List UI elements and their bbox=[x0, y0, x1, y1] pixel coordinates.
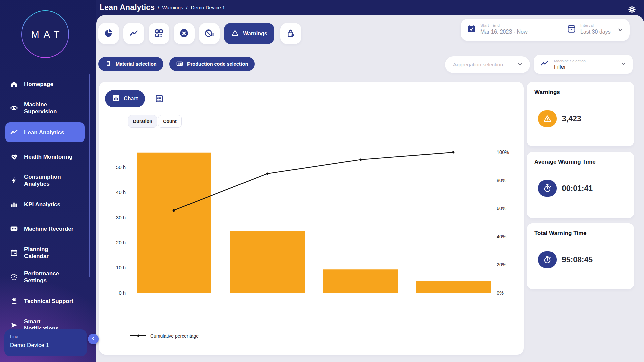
sidebar-item-technical-support[interactable]: Technical Support bbox=[10, 291, 88, 311]
sidebar-item-label: Performance Settings bbox=[24, 270, 59, 284]
gear-icon bbox=[628, 5, 636, 13]
sidebar-item-planning-calendar[interactable]: Planning Calendar bbox=[10, 243, 88, 263]
device-info-card: Line Demo Device 1 bbox=[4, 329, 87, 356]
line-trend-icon bbox=[129, 28, 139, 39]
svg-text:20%: 20% bbox=[497, 262, 506, 267]
chart-legend: Cumulative percentage bbox=[130, 333, 199, 339]
svg-text:40 h: 40 h bbox=[116, 189, 126, 195]
average-warning-time-card: Average Warning Time 00:01:41 bbox=[527, 152, 634, 218]
interval-label: Interval bbox=[580, 23, 611, 27]
svg-text:10 h: 10 h bbox=[116, 265, 126, 270]
mode-count-button[interactable]: Count bbox=[158, 115, 182, 128]
start-end-field[interactable]: Start - End Mar 16, 2023 - Now bbox=[467, 23, 528, 35]
material-selection-label: Material selection bbox=[116, 61, 157, 67]
count-label: Count bbox=[163, 119, 176, 124]
calendar-icon bbox=[10, 249, 18, 257]
sidebar-item-label: Health Monitoring bbox=[24, 153, 72, 160]
chevron-down-icon bbox=[620, 60, 627, 68]
eye-icon bbox=[10, 104, 18, 112]
sidebar-item-label: Machine Recorder bbox=[24, 225, 73, 232]
legend-label: Cumulative percentage bbox=[150, 333, 199, 339]
lost-production-button[interactable] bbox=[280, 23, 301, 44]
breadcrumb-device[interactable]: Demo Device 1 bbox=[191, 5, 225, 10]
sidebar-item-label: Technical Support bbox=[24, 298, 73, 305]
machine-selection-select[interactable]: Machine Selection Filler bbox=[534, 55, 633, 74]
warnings-count-value: 3,423 bbox=[562, 110, 581, 127]
barcode-icon bbox=[176, 60, 183, 68]
material-selection-button[interactable]: Material selection bbox=[98, 57, 163, 71]
mode-duration-button[interactable]: Duration bbox=[128, 115, 157, 128]
sidebar-scrollbar[interactable] bbox=[89, 74, 90, 277]
breadcrumb-separator: / bbox=[186, 5, 187, 10]
sidebar-item-label: KPI Analytics bbox=[24, 201, 60, 208]
svg-text:20 h: 20 h bbox=[116, 240, 126, 245]
sidebar-item-consumption-analytics[interactable]: Consumption Analytics bbox=[10, 170, 88, 190]
machine-trend-icon bbox=[540, 59, 549, 69]
sidebar-item-lean-analytics[interactable]: Lean Analytics bbox=[10, 122, 88, 142]
warnings-tab-button[interactable]: Warnings bbox=[224, 23, 274, 44]
aggregation-placeholder: Aggregation selection bbox=[453, 62, 503, 68]
headset-person-icon bbox=[10, 297, 18, 305]
sidebar-item-kpi-analytics[interactable]: KPI Analytics bbox=[10, 194, 88, 215]
chart-view-toggle-button[interactable]: Chart bbox=[105, 90, 145, 107]
production-code-selection-button[interactable]: Production code selection bbox=[169, 57, 255, 71]
breadcrumb-warnings[interactable]: Warnings bbox=[162, 5, 183, 10]
x-circle-icon bbox=[179, 28, 189, 39]
sidebar-item-health-monitoring[interactable]: Health Monitoring bbox=[10, 146, 88, 167]
svg-text:40%: 40% bbox=[497, 234, 506, 239]
sidebar-item-label: Homepage bbox=[24, 81, 53, 88]
duration-label: Duration bbox=[133, 119, 152, 124]
heart-pulse-icon bbox=[10, 153, 18, 161]
no-data-chart-icon bbox=[204, 28, 214, 39]
bar-chart-icon bbox=[10, 200, 18, 208]
table-view-toggle-button[interactable] bbox=[154, 93, 165, 105]
warning-triangle-badge-icon bbox=[538, 110, 557, 127]
sidebar-item-machine-supervision[interactable]: Machine Supervision bbox=[10, 98, 88, 118]
sidebar-item-label: Lean Analytics bbox=[24, 129, 64, 136]
sidebar-item-performance-settings[interactable]: Performance Settings bbox=[10, 267, 88, 287]
line-trend-icon bbox=[10, 128, 18, 137]
svg-text:100%: 100% bbox=[497, 149, 509, 155]
breadcrumb: Lean Analytics / Warnings / Demo Device … bbox=[100, 0, 225, 15]
machine-selection-value: Filler bbox=[554, 64, 614, 70]
settings-gear-icon[interactable] bbox=[627, 5, 637, 14]
total-warning-time-title: Total Warning Time bbox=[534, 230, 627, 237]
warnings-tab-label: Warnings bbox=[243, 31, 267, 37]
bolt-icon bbox=[10, 177, 18, 184]
sidebar-item-homepage[interactable]: Homepage bbox=[10, 74, 88, 94]
svg-text:60%: 60% bbox=[497, 206, 506, 211]
warnings-stat-card: Warnings 3,423 bbox=[527, 82, 634, 146]
svg-text:0 h: 0 h bbox=[119, 290, 126, 296]
app-window: Lean Analytics / Warnings / Demo Device … bbox=[0, 0, 644, 362]
page-title: Lean Analytics bbox=[100, 3, 155, 12]
calendar-days-icon bbox=[567, 24, 576, 35]
qr-grid-view-button[interactable] bbox=[149, 23, 169, 44]
aggregation-select[interactable]: Aggregation selection bbox=[445, 56, 530, 73]
brand-logo: MAT bbox=[21, 10, 69, 58]
sidebar-item-label: Machine Supervision bbox=[24, 101, 57, 115]
bag-x-icon bbox=[286, 28, 296, 39]
device-name: Demo Device 1 bbox=[10, 342, 81, 349]
interval-chevron-down-icon[interactable] bbox=[616, 26, 624, 35]
sidebar-item-machine-recorder[interactable]: Machine Recorder bbox=[10, 219, 88, 239]
legend-line-marker bbox=[130, 333, 147, 339]
no-data-view-button[interactable] bbox=[199, 23, 220, 44]
chevron-left-icon bbox=[91, 336, 96, 342]
start-end-label: Start - End bbox=[480, 23, 528, 27]
svg-text:80%: 80% bbox=[497, 178, 506, 183]
sidebar-collapse-button[interactable] bbox=[88, 334, 99, 344]
chart-bars-icon bbox=[112, 94, 120, 103]
total-warning-time-value: 95:08:45 bbox=[562, 251, 593, 268]
trend-view-button[interactable] bbox=[123, 23, 144, 44]
interval-field[interactable]: Interval Last 30 days bbox=[567, 23, 611, 35]
home-icon bbox=[10, 80, 18, 88]
svg-text:30 h: 30 h bbox=[116, 215, 126, 220]
chart-tab-label: Chart bbox=[124, 96, 138, 102]
warnings-card-title: Warnings bbox=[534, 89, 627, 96]
material-beaker-icon bbox=[105, 60, 112, 68]
device-line-label: Line bbox=[10, 334, 81, 339]
breadcrumb-separator: / bbox=[158, 5, 159, 10]
pie-chart-view-button[interactable] bbox=[98, 23, 119, 44]
x-circle-view-button[interactable] bbox=[174, 23, 195, 44]
machine-selection-label: Machine Selection bbox=[554, 59, 614, 63]
